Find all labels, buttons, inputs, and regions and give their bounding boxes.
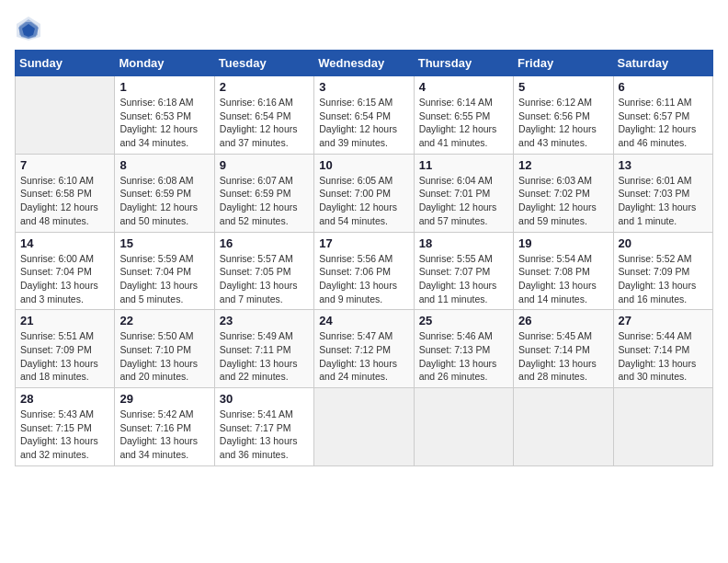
day-info: Sunrise: 6:01 AM Sunset: 7:03 PM Dayligh… — [619, 174, 708, 228]
calendar-cell: 25Sunrise: 5:46 AM Sunset: 7:13 PM Dayli… — [414, 310, 513, 388]
calendar-cell: 19Sunrise: 5:54 AM Sunset: 7:08 PM Dayli… — [514, 232, 613, 310]
calendar-cell: 16Sunrise: 5:57 AM Sunset: 7:05 PM Dayli… — [214, 232, 313, 310]
week-row-5: 28Sunrise: 5:43 AM Sunset: 7:15 PM Dayli… — [16, 388, 713, 466]
day-number: 6 — [619, 80, 708, 94]
day-info: Sunrise: 6:11 AM Sunset: 6:57 PM Dayligh… — [619, 96, 708, 150]
day-info: Sunrise: 5:46 AM Sunset: 7:13 PM Dayligh… — [419, 329, 508, 384]
calendar-cell: 5Sunrise: 6:12 AM Sunset: 6:56 PM Daylig… — [514, 76, 613, 155]
day-info: Sunrise: 6:15 AM Sunset: 6:54 PM Dayligh… — [319, 96, 408, 150]
calendar-cell — [16, 76, 115, 155]
day-info: Sunrise: 6:07 AM Sunset: 6:59 PM Dayligh… — [220, 174, 309, 228]
calendar-cell: 7Sunrise: 6:10 AM Sunset: 6:58 PM Daylig… — [16, 154, 115, 232]
header-day-sunday: Sunday — [16, 51, 115, 76]
day-info: Sunrise: 5:57 AM Sunset: 7:05 PM Dayligh… — [220, 252, 309, 306]
day-number: 20 — [619, 236, 708, 250]
calendar-cell: 2Sunrise: 6:16 AM Sunset: 6:54 PM Daylig… — [214, 76, 313, 155]
header-day-tuesday: Tuesday — [214, 51, 313, 76]
day-info: Sunrise: 6:10 AM Sunset: 6:58 PM Dayligh… — [20, 174, 109, 228]
calendar-cell: 18Sunrise: 5:55 AM Sunset: 7:07 PM Dayli… — [414, 232, 513, 310]
day-number: 3 — [319, 80, 408, 94]
day-number: 25 — [419, 314, 508, 327]
day-info: Sunrise: 6:03 AM Sunset: 7:02 PM Dayligh… — [518, 174, 608, 228]
calendar-cell: 21Sunrise: 5:51 AM Sunset: 7:09 PM Dayli… — [16, 310, 115, 388]
day-number: 23 — [220, 314, 309, 327]
day-number: 22 — [119, 314, 209, 327]
day-number: 27 — [619, 314, 708, 327]
day-number: 18 — [419, 236, 508, 250]
calendar-cell: 20Sunrise: 5:52 AM Sunset: 7:09 PM Dayli… — [613, 232, 712, 310]
day-info: Sunrise: 5:56 AM Sunset: 7:06 PM Dayligh… — [319, 252, 408, 306]
day-info: Sunrise: 6:14 AM Sunset: 6:55 PM Dayligh… — [419, 96, 508, 150]
calendar-cell: 26Sunrise: 5:45 AM Sunset: 7:14 PM Dayli… — [514, 310, 613, 388]
day-number: 1 — [119, 80, 209, 94]
calendar-cell: 9Sunrise: 6:07 AM Sunset: 6:59 PM Daylig… — [214, 154, 313, 232]
day-info: Sunrise: 5:59 AM Sunset: 7:04 PM Dayligh… — [119, 252, 209, 306]
day-number: 8 — [119, 158, 209, 172]
day-number: 2 — [220, 80, 309, 94]
day-info: Sunrise: 5:47 AM Sunset: 7:12 PM Dayligh… — [319, 329, 408, 384]
calendar-table: SundayMondayTuesdayWednesdayThursdayFrid… — [15, 50, 713, 466]
day-number: 11 — [419, 158, 508, 172]
day-number: 7 — [20, 158, 109, 172]
week-row-3: 14Sunrise: 6:00 AM Sunset: 7:04 PM Dayli… — [16, 232, 713, 310]
header-day-thursday: Thursday — [414, 51, 513, 76]
calendar-cell: 6Sunrise: 6:11 AM Sunset: 6:57 PM Daylig… — [613, 76, 712, 155]
day-number: 4 — [419, 80, 508, 94]
calendar-cell: 10Sunrise: 6:05 AM Sunset: 7:00 PM Dayli… — [314, 154, 414, 232]
day-info: Sunrise: 6:12 AM Sunset: 6:56 PM Dayligh… — [518, 96, 608, 150]
day-info: Sunrise: 6:18 AM Sunset: 6:53 PM Dayligh… — [119, 96, 209, 150]
day-info: Sunrise: 5:54 AM Sunset: 7:08 PM Dayligh… — [518, 252, 608, 306]
calendar-cell — [414, 388, 513, 466]
day-info: Sunrise: 6:00 AM Sunset: 7:04 PM Dayligh… — [20, 252, 109, 306]
day-number: 29 — [119, 392, 209, 406]
header-day-friday: Friday — [514, 51, 613, 76]
day-info: Sunrise: 5:50 AM Sunset: 7:10 PM Dayligh… — [119, 329, 209, 384]
calendar-header-row: SundayMondayTuesdayWednesdayThursdayFrid… — [16, 51, 713, 76]
calendar-cell: 24Sunrise: 5:47 AM Sunset: 7:12 PM Dayli… — [314, 310, 414, 388]
day-info: Sunrise: 5:52 AM Sunset: 7:09 PM Dayligh… — [619, 252, 708, 306]
day-number: 28 — [20, 392, 109, 406]
calendar-cell: 22Sunrise: 5:50 AM Sunset: 7:10 PM Dayli… — [115, 310, 214, 388]
day-info: Sunrise: 5:45 AM Sunset: 7:14 PM Dayligh… — [518, 329, 608, 384]
day-number: 19 — [518, 236, 608, 250]
day-number: 16 — [220, 236, 309, 250]
day-info: Sunrise: 6:05 AM Sunset: 7:00 PM Dayligh… — [319, 174, 408, 228]
calendar-cell: 4Sunrise: 6:14 AM Sunset: 6:55 PM Daylig… — [414, 76, 513, 155]
day-number: 24 — [319, 314, 408, 327]
logo — [15, 15, 46, 42]
header-day-monday: Monday — [115, 51, 214, 76]
day-number: 30 — [220, 392, 309, 406]
calendar-cell: 29Sunrise: 5:42 AM Sunset: 7:16 PM Dayli… — [115, 388, 214, 466]
day-info: Sunrise: 5:44 AM Sunset: 7:14 PM Dayligh… — [619, 329, 708, 384]
week-row-1: 1Sunrise: 6:18 AM Sunset: 6:53 PM Daylig… — [16, 76, 713, 155]
header-day-saturday: Saturday — [613, 51, 712, 76]
calendar-cell: 8Sunrise: 6:08 AM Sunset: 6:59 PM Daylig… — [115, 154, 214, 232]
week-row-2: 7Sunrise: 6:10 AM Sunset: 6:58 PM Daylig… — [16, 154, 713, 232]
calendar-cell — [314, 388, 414, 466]
day-number: 9 — [220, 158, 309, 172]
day-number: 21 — [20, 314, 109, 327]
week-row-4: 21Sunrise: 5:51 AM Sunset: 7:09 PM Dayli… — [16, 310, 713, 388]
calendar-cell: 1Sunrise: 6:18 AM Sunset: 6:53 PM Daylig… — [115, 76, 214, 155]
calendar-cell: 27Sunrise: 5:44 AM Sunset: 7:14 PM Dayli… — [613, 310, 712, 388]
day-info: Sunrise: 6:16 AM Sunset: 6:54 PM Dayligh… — [220, 96, 309, 150]
header-day-wednesday: Wednesday — [314, 51, 414, 76]
page-header — [15, 15, 713, 42]
day-number: 10 — [319, 158, 408, 172]
calendar-cell: 28Sunrise: 5:43 AM Sunset: 7:15 PM Dayli… — [16, 388, 115, 466]
day-info: Sunrise: 5:42 AM Sunset: 7:16 PM Dayligh… — [119, 408, 209, 462]
day-number: 12 — [518, 158, 608, 172]
calendar-cell: 23Sunrise: 5:49 AM Sunset: 7:11 PM Dayli… — [214, 310, 313, 388]
calendar-cell — [514, 388, 613, 466]
day-info: Sunrise: 5:43 AM Sunset: 7:15 PM Dayligh… — [20, 408, 109, 462]
day-number: 14 — [20, 236, 109, 250]
day-info: Sunrise: 6:04 AM Sunset: 7:01 PM Dayligh… — [419, 174, 508, 228]
calendar-cell: 12Sunrise: 6:03 AM Sunset: 7:02 PM Dayli… — [514, 154, 613, 232]
day-info: Sunrise: 5:55 AM Sunset: 7:07 PM Dayligh… — [419, 252, 508, 306]
calendar-cell: 14Sunrise: 6:00 AM Sunset: 7:04 PM Dayli… — [16, 232, 115, 310]
calendar-cell: 15Sunrise: 5:59 AM Sunset: 7:04 PM Dayli… — [115, 232, 214, 310]
calendar-cell: 13Sunrise: 6:01 AM Sunset: 7:03 PM Dayli… — [613, 154, 712, 232]
day-number: 13 — [619, 158, 708, 172]
day-number: 26 — [518, 314, 608, 327]
calendar-cell: 11Sunrise: 6:04 AM Sunset: 7:01 PM Dayli… — [414, 154, 513, 232]
